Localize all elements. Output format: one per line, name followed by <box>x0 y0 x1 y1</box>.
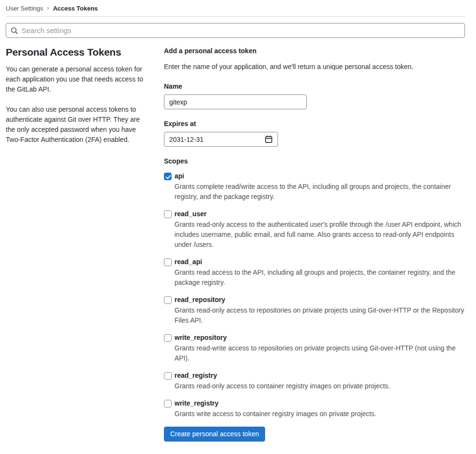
name-label: Name <box>164 82 465 90</box>
page-title: Personal Access Tokens <box>6 47 150 58</box>
scope-checkbox-write-registry[interactable] <box>164 400 172 407</box>
scope-label-api[interactable]: api <box>174 172 465 180</box>
section-description-1: You can generate a personal access token… <box>6 64 150 94</box>
expires-at-field <box>164 132 278 147</box>
scope-checkbox-read-api[interactable] <box>164 258 172 266</box>
scope-item-write-registry: write_registry Grants write access to co… <box>164 399 465 419</box>
scope-item-read-repository: read_repository Grants read-only access … <box>164 295 465 326</box>
settings-search <box>6 23 465 38</box>
scope-item-write-repository: write_repository Grants read-write acces… <box>164 333 465 363</box>
form-description: Enter the name of your application, and … <box>164 62 465 72</box>
header-divider <box>6 16 465 17</box>
scopes-list: api Grants complete read/write access to… <box>164 172 465 419</box>
content-area: Personal Access Tokens You can generate … <box>6 46 465 454</box>
settings-page: User Settings › Access Tokens Personal A… <box>0 0 476 454</box>
scope-label-read-repository[interactable]: read_repository <box>174 295 465 304</box>
scope-description: Grants read access to the API, including… <box>174 268 465 288</box>
scope-description: Grants read-write access to repositories… <box>174 343 465 363</box>
scope-label-write-registry[interactable]: write_registry <box>174 399 376 407</box>
scope-checkbox-write-repository[interactable] <box>164 334 172 342</box>
breadcrumb-current-page: Access Tokens <box>53 5 98 12</box>
search-icon <box>11 27 18 35</box>
expires-at-input[interactable] <box>164 132 278 147</box>
section-description-column: Personal Access Tokens You can generate … <box>6 46 150 454</box>
section-description-2: You can also use personal access tokens … <box>6 105 150 145</box>
search-settings-input[interactable] <box>6 23 465 38</box>
scope-checkbox-read-repository[interactable] <box>164 296 172 304</box>
scope-item-api: api Grants complete read/write access to… <box>164 172 465 202</box>
scope-label-write-repository[interactable]: write_repository <box>174 333 465 342</box>
breadcrumb-user-settings-link[interactable]: User Settings <box>6 5 43 12</box>
form-title: Add a personal access token <box>164 47 465 55</box>
scope-item-read-registry: read_registry Grants read-only access to… <box>164 371 465 391</box>
expires-at-label: Expires at <box>164 120 465 128</box>
scope-label-read-registry[interactable]: read_registry <box>174 371 390 380</box>
scope-label-read-api[interactable]: read_api <box>174 257 465 266</box>
scope-checkbox-read-user[interactable] <box>164 210 172 218</box>
scope-description: Grants read-only access to repositories … <box>174 305 465 326</box>
scope-description: Grants write access to container registr… <box>174 409 376 419</box>
scope-description: Grants read-only access to container reg… <box>174 381 390 391</box>
create-token-button[interactable]: Create personal access token <box>164 427 265 442</box>
scopes-label: Scopes <box>164 157 465 165</box>
scope-description: Grants read-only access to the authentic… <box>174 220 465 250</box>
scope-checkbox-read-registry[interactable] <box>164 372 172 380</box>
scope-label-read-user[interactable]: read_user <box>174 210 465 218</box>
scope-description: Grants complete read/write access to the… <box>174 182 465 202</box>
scope-checkbox-api[interactable] <box>164 173 172 180</box>
scope-item-read-user: read_user Grants read-only access to the… <box>164 210 465 250</box>
token-name-input[interactable] <box>164 94 307 109</box>
breadcrumb-chevron-icon: › <box>47 5 49 11</box>
breadcrumb: User Settings › Access Tokens <box>6 0 465 13</box>
token-form-column: Add a personal access token Enter the na… <box>164 46 465 454</box>
scope-item-read-api: read_api Grants read access to the API, … <box>164 257 465 288</box>
